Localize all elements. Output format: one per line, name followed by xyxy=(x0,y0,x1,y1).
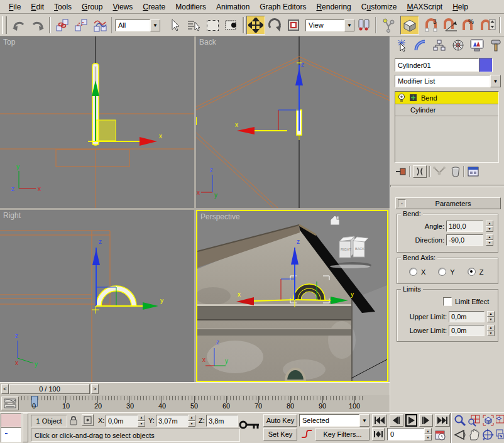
parameters-rollout-header[interactable]: - Parameters xyxy=(395,197,501,209)
key-filter-arrow[interactable]: ▼ xyxy=(359,414,370,427)
key-mode-toggle-button[interactable] xyxy=(372,428,385,440)
angle-snap-toggle-button[interactable]: 3 xyxy=(422,16,441,35)
gizmo-x-arrow[interactable] xyxy=(237,127,255,134)
angle-snap-button[interactable] xyxy=(441,16,459,35)
tab-display[interactable] xyxy=(468,38,486,53)
zoom-extents-all-button[interactable] xyxy=(496,414,504,428)
pan-button[interactable] xyxy=(468,429,480,442)
menu-help[interactable]: Help xyxy=(447,1,473,13)
current-frame-field[interactable]: 0 xyxy=(387,428,427,440)
maximize-viewport-toggle-button[interactable] xyxy=(496,429,504,442)
menu-rendering[interactable]: Rendering xyxy=(311,1,356,13)
maxscript-macro-recorder-pane[interactable] xyxy=(1,413,21,427)
modifier-list-arrow[interactable]: ▼ xyxy=(490,75,501,87)
coord-system-arrow[interactable]: ▼ xyxy=(344,19,354,31)
axis-x-radio[interactable] xyxy=(409,268,417,276)
time-slider-prev-button[interactable]: < xyxy=(1,384,9,394)
menu-graph-editors[interactable]: Graph Editors xyxy=(255,1,311,13)
tab-hierarchy[interactable] xyxy=(430,38,448,53)
select-and-scale-button[interactable] xyxy=(284,16,303,35)
default-tangent-button[interactable] xyxy=(300,429,313,440)
viewport-back[interactable]: Back xyxy=(196,36,390,208)
tab-motion[interactable] xyxy=(449,38,467,53)
absolute-mode-transform-button[interactable] xyxy=(82,414,94,426)
select-object-button[interactable] xyxy=(165,16,184,35)
configure-modifier-sets-icon[interactable] xyxy=(467,166,479,177)
make-unique-icon[interactable] xyxy=(432,166,446,177)
stack-item-cylinder[interactable]: Cylinder xyxy=(395,104,498,116)
menu-create[interactable]: Create xyxy=(138,1,170,13)
select-and-link-button[interactable] xyxy=(53,16,72,35)
gizmo-x-arrow[interactable] xyxy=(140,137,157,146)
modifier-list-dropdown[interactable]: Modifier List ▼ xyxy=(395,75,501,87)
axis-y-radio[interactable] xyxy=(438,268,446,276)
reference-coord-system-dropdown[interactable]: View ▼ xyxy=(305,19,354,32)
viewport-top-label[interactable]: Top xyxy=(3,38,15,46)
toolbar-grip[interactable] xyxy=(2,16,7,34)
x-coord-spinner[interactable]: ▲▼ xyxy=(138,415,145,427)
modifier-enabled-bulb-icon[interactable] xyxy=(397,93,406,103)
stack-item-bend[interactable]: Bend xyxy=(395,92,498,104)
axis-z-radio[interactable] xyxy=(468,268,476,276)
y-coord-spinner[interactable]: ▲▼ xyxy=(188,415,195,427)
viewport-right[interactable]: Right xyxy=(0,210,194,382)
next-frame-button[interactable] xyxy=(419,414,433,427)
open-mini-curve-editor-button[interactable] xyxy=(1,397,19,410)
selection-filter-dropdown[interactable]: All ▼ xyxy=(115,19,160,32)
object-color-swatch[interactable] xyxy=(479,58,493,72)
viewport-right-label[interactable]: Right xyxy=(3,211,21,220)
gizmo-y-arrow[interactable] xyxy=(143,302,158,310)
previous-frame-button[interactable] xyxy=(390,414,403,427)
selection-filter-arrow[interactable]: ▼ xyxy=(150,19,160,31)
time-slider-next-button[interactable]: > xyxy=(91,384,99,394)
select-and-manipulate-button[interactable] xyxy=(379,16,398,35)
x-coord-field[interactable]: 0,0m xyxy=(106,415,140,427)
window-crossing-button[interactable] xyxy=(222,16,241,35)
viewport-top-canvas[interactable]: x y x z xyxy=(0,36,194,208)
bind-to-space-warp-button[interactable] xyxy=(90,16,109,35)
select-and-rotate-button[interactable] xyxy=(265,16,284,35)
go-to-end-button[interactable] xyxy=(435,414,450,427)
lower-limit-field[interactable]: 0,0m xyxy=(449,325,485,336)
rollout-collapse-button[interactable]: - xyxy=(398,199,406,207)
lower-limit-spinner[interactable]: ▲▼ xyxy=(487,325,495,336)
field-of-view-button[interactable] xyxy=(454,429,466,442)
set-keys-button[interactable] xyxy=(239,419,260,434)
key-filters-button[interactable]: Key Filters... xyxy=(315,428,370,440)
menu-edit[interactable]: Edit xyxy=(26,1,49,13)
direction-field[interactable]: -90,0 xyxy=(446,234,483,246)
upper-limit-spinner[interactable]: ▲▼ xyxy=(487,311,495,322)
move-gizmo-right[interactable]: y z xyxy=(92,238,163,314)
viewport-perspective-canvas[interactable]: x y z RIGHT BACK xyxy=(197,211,387,381)
redo-button[interactable] xyxy=(28,16,47,35)
time-configuration-button[interactable] xyxy=(435,429,446,442)
percent-snap-button[interactable]: % xyxy=(459,16,478,35)
direction-spinner[interactable]: ▲▼ xyxy=(486,234,493,246)
use-pivot-point-center-button[interactable] xyxy=(354,16,373,35)
expand-plus-icon[interactable] xyxy=(409,94,417,102)
viewport-back-label[interactable]: Back xyxy=(199,38,216,46)
viewport-right-canvas[interactable]: y z z x y xyxy=(0,210,194,382)
menu-tools[interactable]: Tools xyxy=(49,1,77,13)
selection-lock-button[interactable] xyxy=(69,415,78,427)
select-by-name-button[interactable] xyxy=(184,16,203,35)
menu-views[interactable]: Views xyxy=(107,1,138,13)
angle-spinner[interactable]: ▲▼ xyxy=(486,221,493,232)
time-slider-handle[interactable]: 0 / 100 xyxy=(9,384,90,394)
menu-animation[interactable]: Animation xyxy=(211,1,255,13)
show-end-result-button[interactable] xyxy=(413,165,427,178)
menu-maxscript[interactable]: MAXScript xyxy=(402,1,448,13)
tab-utilities[interactable] xyxy=(487,38,504,53)
tab-create[interactable] xyxy=(393,38,410,53)
frame-spinner[interactable]: ▲▼ xyxy=(424,428,432,440)
limit-effect-checkbox[interactable] xyxy=(443,297,452,306)
zoom-extents-button[interactable] xyxy=(482,414,495,428)
y-coord-field[interactable]: 3,07m xyxy=(156,415,190,427)
menu-customize[interactable]: Customize xyxy=(356,1,402,13)
spinner-snap-button[interactable] xyxy=(478,16,497,35)
viewport-perspective[interactable]: Perspective xyxy=(196,210,388,382)
go-to-start-button[interactable] xyxy=(372,414,387,427)
menu-group[interactable]: Group xyxy=(77,1,107,13)
menu-modifiers[interactable]: Modifiers xyxy=(170,1,211,13)
gizmo-z-arrow[interactable] xyxy=(295,68,303,85)
